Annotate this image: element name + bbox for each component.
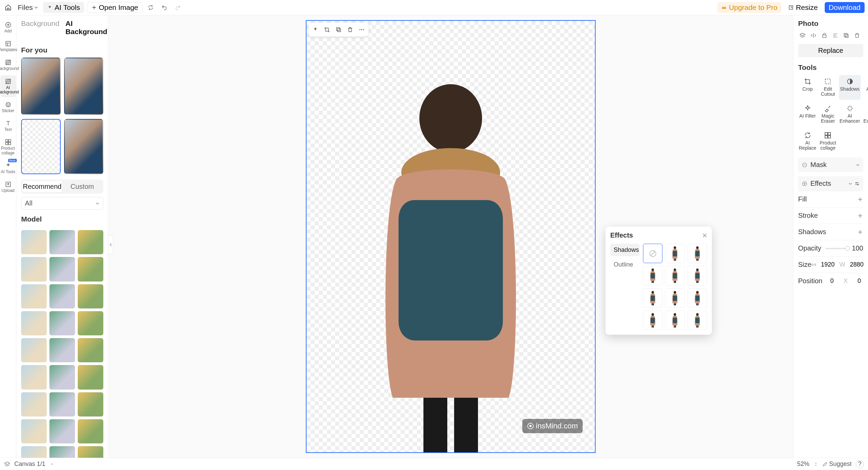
link-icon[interactable] <box>811 262 816 267</box>
height-input[interactable] <box>847 261 866 268</box>
nav-background[interactable]: Background <box>0 56 16 74</box>
model-thumb[interactable] <box>49 338 75 362</box>
sync-icon[interactable] <box>145 2 156 13</box>
model-thumb[interactable] <box>21 230 47 254</box>
model-thumb[interactable] <box>21 446 47 458</box>
canvas-counter[interactable]: Canvas 1/1 <box>14 460 45 468</box>
for-you-thumb[interactable] <box>21 119 61 174</box>
canvas[interactable]: insMind.com <box>306 20 596 453</box>
shadow-preset[interactable] <box>665 266 685 285</box>
shadow-preset[interactable] <box>643 310 662 330</box>
model-thumb[interactable] <box>78 311 103 335</box>
for-you-thumb[interactable] <box>64 58 104 115</box>
model-thumb[interactable] <box>78 365 103 389</box>
tool-edit-cutout[interactable]: Edit Cutout <box>819 75 837 100</box>
for-you-thumb[interactable] <box>64 119 104 174</box>
effects-row[interactable]: Effects <box>798 176 863 191</box>
nav-templates[interactable]: Templates <box>0 37 16 55</box>
segment-recommend[interactable]: Recommend <box>22 181 62 193</box>
layers-icon[interactable] <box>798 31 807 40</box>
suggest-button[interactable]: Suggest <box>822 460 852 468</box>
model-thumb[interactable] <box>49 392 75 416</box>
model-thumb[interactable] <box>49 284 75 308</box>
model-thumb[interactable] <box>78 446 103 458</box>
expand-icon[interactable] <box>49 462 54 467</box>
tool-product-collage[interactable]: Product collage <box>819 129 837 154</box>
shadow-preset[interactable] <box>688 310 707 330</box>
width-input[interactable] <box>818 261 837 268</box>
model-thumb[interactable] <box>21 392 47 416</box>
tool-ai-replace[interactable]: AI Replace <box>798 129 817 154</box>
tool-shadows[interactable]: Shadows <box>839 75 861 100</box>
tool-ai-enhancer[interactable]: AI Enhancer <box>839 102 861 127</box>
tool-ai-filter[interactable]: AI Filter <box>798 102 817 127</box>
canvas-duplicate-icon[interactable] <box>333 24 344 35</box>
delete-icon[interactable] <box>853 31 862 40</box>
upgrade-button[interactable]: Upgrade to Pro <box>717 2 781 13</box>
model-thumb[interactable] <box>78 230 103 254</box>
nav-ai-background[interactable]: AI Background <box>0 75 16 97</box>
for-you-thumb[interactable] <box>21 58 61 115</box>
model-thumb[interactable] <box>21 365 47 389</box>
tab-ai-background[interactable]: AI Background <box>65 19 107 36</box>
shadow-preset[interactable] <box>643 288 662 308</box>
model-thumb[interactable] <box>21 311 47 335</box>
help-icon[interactable]: ? <box>856 460 864 468</box>
align-icon[interactable] <box>831 31 840 40</box>
subject-image[interactable] <box>355 77 546 452</box>
shadow-preset[interactable] <box>643 266 662 285</box>
tool-magic-eraser[interactable]: Magic Eraser <box>819 102 837 127</box>
shadow-preset[interactable] <box>665 244 685 263</box>
canvas-ai-icon[interactable] <box>310 24 321 35</box>
lock-icon[interactable] <box>820 31 829 40</box>
plus-icon[interactable] <box>857 229 863 235</box>
model-thumb[interactable] <box>49 446 75 458</box>
zoom-value[interactable]: 52% <box>797 460 809 468</box>
chevron-updown-icon[interactable] <box>813 462 818 467</box>
plus-icon[interactable] <box>857 196 863 202</box>
flip-icon[interactable] <box>809 31 818 40</box>
nav-text[interactable]: Text <box>0 117 16 135</box>
replace-button[interactable]: Replace <box>798 44 863 57</box>
model-thumb[interactable] <box>21 419 47 443</box>
download-button[interactable]: Download <box>825 2 865 13</box>
shadow-preset[interactable] <box>688 266 707 285</box>
category-dropdown[interactable]: All <box>21 197 103 210</box>
tool-ai-extender[interactable]: AI Extender <box>863 102 868 127</box>
model-thumb[interactable] <box>78 257 103 281</box>
effects-tab-shadows[interactable]: Shadows <box>610 244 640 256</box>
ai-tools-button[interactable]: AI Tools <box>43 2 84 13</box>
files-menu[interactable]: Files <box>16 3 40 12</box>
shadow-preset[interactable] <box>688 244 707 263</box>
model-thumb[interactable] <box>21 338 47 362</box>
tool-adjust[interactable]: Adjust <box>863 75 868 100</box>
model-thumb[interactable] <box>49 365 75 389</box>
position-y-input[interactable] <box>850 277 868 285</box>
shadow-preset[interactable] <box>688 288 707 308</box>
mask-row[interactable]: Mask <box>798 157 863 172</box>
model-thumb[interactable] <box>21 257 47 281</box>
model-thumb[interactable] <box>49 230 75 254</box>
effects-tab-outline[interactable]: Outline <box>610 258 640 271</box>
canvas-more-icon[interactable] <box>356 24 367 35</box>
model-thumb[interactable] <box>78 419 103 443</box>
home-icon[interactable] <box>3 3 13 12</box>
sliders-icon[interactable] <box>854 181 860 186</box>
nav-ai-tools[interactable]: AI ToolsBeta <box>0 160 16 177</box>
model-thumb[interactable] <box>78 338 103 362</box>
tab-background[interactable]: Background <box>21 19 59 36</box>
canvas-delete-icon[interactable] <box>345 24 356 35</box>
model-thumb[interactable] <box>78 284 103 308</box>
segment-custom[interactable]: Custom <box>62 181 103 193</box>
close-icon[interactable] <box>702 233 707 238</box>
model-thumb[interactable] <box>78 392 103 416</box>
redo-icon[interactable] <box>173 2 183 13</box>
layers-icon[interactable] <box>4 461 10 467</box>
nav-add[interactable]: Add <box>0 19 16 36</box>
opacity-slider[interactable] <box>825 248 849 249</box>
plus-icon[interactable] <box>857 213 863 219</box>
nav-sticker[interactable]: Sticker <box>0 98 16 116</box>
model-thumb[interactable] <box>49 311 75 335</box>
nav-product-collage[interactable]: Product collage <box>0 136 16 158</box>
shadow-preset[interactable] <box>665 288 685 308</box>
